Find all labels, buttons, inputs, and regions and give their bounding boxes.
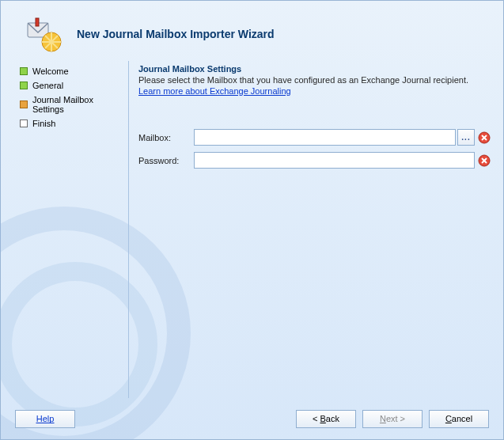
- sidebar-item-journal-mailbox-settings[interactable]: Journal Mailbox Settings: [20, 93, 127, 116]
- sidebar-item-label: Welcome: [32, 66, 69, 76]
- sidebar-item-label: Journal Mailbox Settings: [32, 95, 127, 114]
- error-icon: [478, 131, 491, 144]
- wizard-body: Welcome General Journal Mailbox Settings…: [1, 61, 503, 398]
- wizard-steps-sidebar: Welcome General Journal Mailbox Settings…: [1, 61, 129, 398]
- next-button[interactable]: Next >: [362, 410, 423, 428]
- step-done-icon: [20, 82, 28, 89]
- cancel-button[interactable]: Cancel: [429, 410, 489, 428]
- learn-more-link[interactable]: Learn more about Exchange Journaling: [138, 86, 291, 96]
- error-icon: [478, 154, 491, 167]
- mailbox-row: Mailbox: ...: [138, 129, 491, 146]
- step-pending-icon: [20, 119, 28, 127]
- step-done-icon: [20, 67, 28, 75]
- content-title: Journal Mailbox Settings: [138, 64, 491, 74]
- mailbox-input[interactable]: [194, 129, 456, 146]
- password-input[interactable]: [194, 152, 475, 169]
- help-button[interactable]: Help: [15, 410, 75, 428]
- wizard-window: New Journal Mailbox Importer Wizard Welc…: [0, 0, 504, 440]
- password-row: Password:: [138, 152, 491, 169]
- browse-mailbox-button[interactable]: ...: [457, 129, 475, 146]
- back-button-label: B: [320, 414, 326, 423]
- mailbox-wizard-icon: [25, 15, 63, 53]
- wizard-footer: Help < Back Next > Cancel: [1, 398, 503, 439]
- wizard-title: New Journal Mailbox Importer Wizard: [77, 28, 275, 40]
- back-button[interactable]: < Back: [296, 410, 356, 428]
- mailbox-form: Mailbox: ... Password:: [138, 129, 491, 169]
- content-description: Please select the Mailbox that you have …: [138, 75, 491, 85]
- sidebar-item-label: Finish: [32, 119, 55, 128]
- step-current-icon: [20, 101, 28, 108]
- sidebar-item-finish[interactable]: Finish: [20, 116, 127, 131]
- svg-rect-1: [36, 18, 39, 26]
- cancel-button-label: C: [445, 414, 452, 423]
- mailbox-label: Mailbox:: [138, 133, 194, 142]
- sidebar-item-label: General: [32, 81, 63, 90]
- next-button-label: N: [380, 414, 386, 423]
- wizard-header: New Journal Mailbox Importer Wizard: [1, 1, 503, 61]
- password-label: Password:: [138, 156, 194, 165]
- wizard-content: Journal Mailbox Settings Please select t…: [129, 61, 503, 398]
- sidebar-item-welcome[interactable]: Welcome: [20, 64, 127, 78]
- help-button-label: Help: [36, 414, 55, 423]
- sidebar-item-general[interactable]: General: [20, 78, 127, 93]
